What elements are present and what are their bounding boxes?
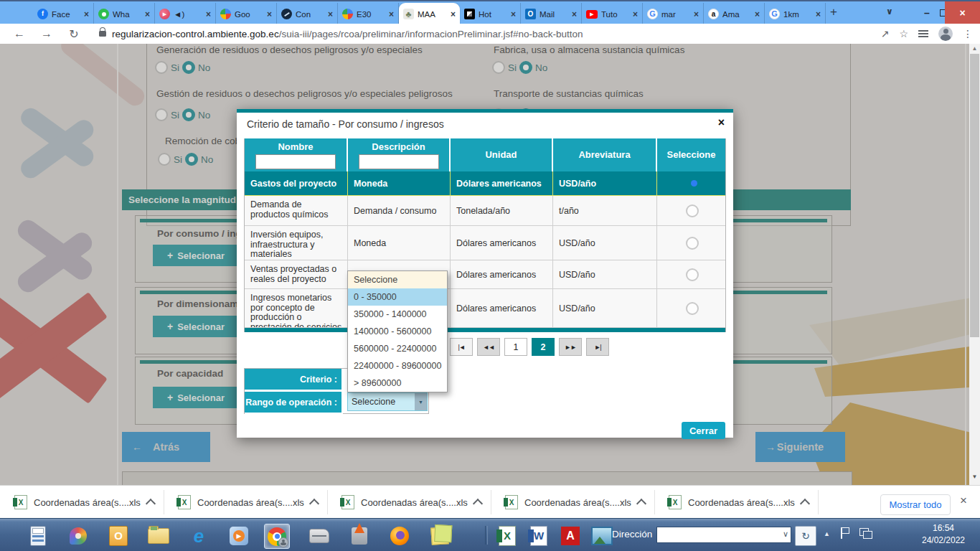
tab-youtube[interactable]: ▶ Tuto × (582, 3, 643, 25)
radio-si[interactable] (158, 153, 171, 166)
bookmark-star-icon[interactable]: ☆ (899, 28, 908, 39)
tab-google-search[interactable]: G mar × (643, 3, 704, 25)
download-item[interactable]: X Coordenadas área(s....xls (669, 491, 809, 513)
close-tab-icon[interactable]: × (328, 10, 333, 19)
dropdown-option[interactable]: 1400000 - 5600000 (348, 323, 447, 340)
download-item[interactable]: X Coordenadas área(s....xls (341, 491, 481, 513)
radio-si[interactable] (155, 61, 168, 74)
page-scrollbar[interactable]: ▲ ▼ (969, 44, 980, 485)
pagination-page-1[interactable]: 1 (504, 338, 527, 356)
download-item[interactable]: X Coordenadas área(s....xls (178, 491, 318, 513)
show-all-downloads-button[interactable]: Mostrar todo (880, 494, 951, 515)
radio-si[interactable] (155, 108, 168, 121)
radio-no[interactable] (519, 61, 532, 74)
close-tab-icon[interactable]: × (451, 10, 456, 19)
tab-hotmail[interactable]: Hot × (460, 3, 521, 25)
radio-no[interactable] (182, 61, 195, 74)
dropdown-option[interactable]: 22400000 - 89600000 (348, 357, 447, 375)
close-tab-icon[interactable]: × (389, 10, 394, 19)
close-tab-icon[interactable]: × (694, 10, 699, 19)
input-dropdown-icon[interactable]: ∨ (783, 529, 788, 539)
taskbar-sticky-notes[interactable] (428, 524, 452, 547)
dropdown-option-highlighted[interactable]: 0 - 350000 (348, 288, 447, 306)
tab-search-chevron-icon[interactable]: ∨ (886, 6, 893, 17)
selecionar-button[interactable]: + Selecionar (153, 387, 239, 408)
download-item[interactable]: X Coordenadas área(s....xls (14, 491, 154, 513)
close-tab-icon[interactable]: × (84, 10, 89, 19)
table-row[interactable]: Ingresos monetarios por concepto de prod… (245, 289, 725, 328)
taskbar-calculator[interactable] (26, 524, 50, 547)
dropdown-option[interactable]: > 89600000 (348, 375, 447, 392)
close-tab-icon[interactable]: × (572, 10, 577, 19)
tab-amazon[interactable]: a Ama × (704, 3, 765, 25)
taskbar-firefox[interactable] (387, 524, 412, 547)
pagination-prev[interactable]: ◄◄ (477, 338, 500, 356)
tab-1km-search[interactable]: G 1km × (765, 3, 826, 25)
chevron-up-icon[interactable] (636, 498, 646, 508)
table-row[interactable]: Ventas proyectadas o reales del proyecto… (245, 260, 725, 289)
radio-no[interactable] (182, 108, 195, 121)
tray-expand-icon[interactable]: ▲ (824, 530, 830, 537)
taskbar-file-explorer[interactable] (146, 524, 171, 547)
modal-close-icon[interactable]: × (718, 116, 725, 129)
profile-avatar[interactable] (938, 27, 953, 41)
network-icon[interactable] (859, 528, 869, 536)
chevron-up-icon[interactable] (309, 498, 319, 508)
share-icon[interactable]: ↗ (881, 28, 890, 39)
taskbar-internet-explorer[interactable]: e (187, 524, 211, 547)
tab-e30-maps[interactable]: E30 × (338, 3, 399, 25)
close-tab-icon[interactable]: × (816, 10, 821, 19)
pagination-page-2-current[interactable]: 2 (532, 338, 555, 356)
rango-select[interactable]: Seleccione ▼ (347, 392, 428, 411)
chevron-up-icon[interactable] (473, 498, 483, 508)
window-close-button[interactable]: × (945, 1, 980, 24)
url-text[interactable]: regularizacion-control.ambiente.gob.ec/s… (112, 29, 583, 39)
dropdown-option[interactable]: 350000 - 1400000 (348, 306, 447, 323)
chevron-up-icon[interactable] (800, 498, 810, 508)
taskbar-paint[interactable] (66, 524, 90, 547)
taskbar-chrome-active[interactable] (264, 524, 290, 549)
lock-icon[interactable] (99, 31, 106, 37)
new-tab-button[interactable]: + (830, 5, 837, 19)
table-row[interactable]: Inversión equipos, infraestructura y mat… (245, 226, 725, 260)
radio-unselected[interactable] (686, 302, 699, 315)
taskbar-word[interactable]: W (527, 524, 551, 547)
taskbar-scanner[interactable] (307, 524, 331, 547)
pagination-next[interactable]: ►► (559, 338, 582, 356)
refresh-go-button[interactable]: ↻ (795, 526, 816, 546)
radio-no[interactable] (185, 153, 198, 166)
taskbar-nero[interactable] (347, 524, 372, 547)
media-controls-icon[interactable] (918, 30, 928, 37)
pagination-last[interactable]: ►| (586, 338, 609, 356)
forward-icon[interactable]: → (39, 27, 55, 40)
taskbar-clock[interactable]: 16:54 24/02/2022 (911, 522, 976, 547)
tab-facebook[interactable]: f Face × (33, 3, 94, 25)
scroll-up-icon[interactable]: ▲ (969, 44, 980, 54)
selecionar-button[interactable]: + Selecionar (153, 245, 239, 266)
close-tab-icon[interactable]: × (267, 10, 272, 19)
tab-outlook-mail[interactable]: O Mail × (521, 3, 582, 25)
tab-media-playing[interactable]: ▶ ◄) × (155, 3, 216, 25)
taskbar-excel[interactable]: X (495, 524, 519, 547)
window-minimize-button[interactable]: – (918, 1, 936, 24)
chevron-up-icon[interactable] (146, 498, 156, 508)
reload-icon[interactable]: ↻ (66, 27, 82, 41)
kebab-menu-icon[interactable]: ⋮ (963, 28, 973, 39)
taskbar-media-player[interactable]: ▶ (227, 524, 251, 547)
back-icon[interactable]: ← (11, 27, 27, 40)
close-tab-icon[interactable]: × (511, 10, 516, 19)
scrollbar-thumb[interactable] (970, 54, 979, 337)
selecionar-button[interactable]: + Selecionar (153, 316, 239, 337)
siguiente-button[interactable]: → Siguiente (755, 432, 845, 462)
action-center-flag-icon[interactable] (841, 527, 851, 539)
radio-si[interactable] (492, 61, 505, 74)
direccion-input[interactable]: ∨ (656, 527, 791, 543)
close-tab-icon[interactable]: × (145, 10, 150, 19)
close-tab-icon[interactable]: × (206, 10, 211, 19)
pagination-first[interactable]: |◄ (450, 338, 473, 356)
tab-maate-active[interactable]: ♣ MAA × (399, 3, 460, 25)
taskbar-autocad[interactable]: A (558, 524, 583, 547)
tab-google-maps[interactable]: Goo × (216, 3, 277, 25)
table-row-selected[interactable]: Gastos del proyecto Moneda Dólares ameri… (245, 171, 725, 196)
close-tab-icon[interactable]: × (633, 10, 638, 19)
